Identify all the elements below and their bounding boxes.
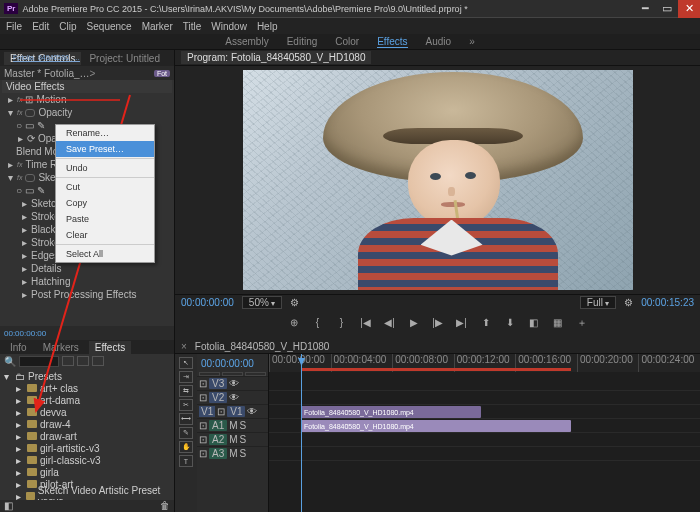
track-header-v3[interactable]: ⊡V3👁 (197, 376, 268, 390)
mask-rect-icon[interactable]: ▭ (25, 120, 34, 131)
preset-folder[interactable]: ▸girl-artistic-v3 (4, 442, 170, 454)
extract-icon[interactable]: ⬇ (503, 316, 517, 330)
marker-add-icon[interactable]: ⊕ (287, 316, 301, 330)
ripple-tool-icon[interactable]: ⇆ (179, 385, 193, 397)
preset-folder[interactable]: ▸draw-art (4, 430, 170, 442)
track-header-v1[interactable]: V1⊡V1👁 (197, 404, 268, 418)
filter-accel-icon[interactable] (62, 356, 74, 366)
mask-circle-icon[interactable]: ○ (16, 185, 22, 196)
program-tc-left[interactable]: 00:00:00:00 (181, 297, 234, 308)
mask-rect-icon[interactable]: ▭ (25, 185, 34, 196)
timeline-tc[interactable]: 00:00:00:00 (197, 354, 268, 372)
fx-opacity-row[interactable]: ▾fxOpacity (2, 106, 172, 119)
effects-search-input[interactable] (19, 356, 59, 367)
ws-editing[interactable]: Editing (287, 36, 318, 47)
ws-effects[interactable]: Effects (377, 36, 407, 48)
menu-help[interactable]: Help (257, 21, 278, 32)
track-header-a3[interactable]: ⊡A3MS (197, 446, 268, 460)
ws-overflow-icon[interactable]: » (469, 36, 475, 47)
track-select-icon[interactable]: ⇥ (179, 371, 193, 383)
ec-playhead-tc[interactable]: 00:00:00:00 (4, 329, 46, 338)
preset-folder[interactable]: ▸Sketch Video Artistic Preset vasya (4, 490, 170, 500)
mask-circle-icon[interactable]: ○ (16, 120, 22, 131)
track-header-a1[interactable]: ⊡A1MS (197, 418, 268, 432)
sketch-sub-row[interactable]: ▸Details (2, 262, 172, 275)
play-icon[interactable]: ▶ (407, 316, 421, 330)
comparison-icon[interactable]: ▦ (551, 316, 565, 330)
ctx-cut[interactable]: Cut (56, 179, 154, 195)
program-tab[interactable]: Program: Fotolia_84840580_V_HD1080 (181, 51, 371, 64)
lift-icon[interactable]: ⬆ (479, 316, 493, 330)
clip-v1[interactable]: Fotolia_84840580_V_HD1080.mp4 (301, 420, 571, 432)
mask-pen-icon[interactable]: ✎ (37, 120, 45, 131)
filter-yuv-icon[interactable] (92, 356, 104, 366)
trash-icon[interactable]: 🗑 (160, 500, 170, 512)
mask-pen-icon[interactable]: ✎ (37, 185, 45, 196)
preset-folder[interactable]: ▸girla (4, 466, 170, 478)
ctx-select-all[interactable]: Select All (56, 246, 154, 262)
menu-file[interactable]: File (6, 21, 22, 32)
goto-out-icon[interactable]: ▶| (455, 316, 469, 330)
mark-out-icon[interactable]: } (335, 316, 349, 330)
ws-audio[interactable]: Audio (426, 36, 452, 47)
mark-in-icon[interactable]: { (311, 316, 325, 330)
ws-color[interactable]: Color (335, 36, 359, 47)
menu-window[interactable]: Window (211, 21, 247, 32)
tab-effects[interactable]: Effects (89, 341, 131, 354)
eye-icon[interactable] (25, 109, 35, 117)
razor-tool-icon[interactable]: ✂ (179, 399, 193, 411)
fit-select[interactable]: Full ▾ (580, 296, 616, 309)
pen-tool-icon[interactable]: ✎ (179, 427, 193, 439)
ctx-paste[interactable]: Paste (56, 211, 154, 227)
preset-folder[interactable]: ▸girl-classic-v3 (4, 454, 170, 466)
minimize-button[interactable]: ━ (634, 0, 656, 18)
ctx-clear[interactable]: Clear (56, 227, 154, 243)
sketch-sub-row[interactable]: ▸Hatching (2, 275, 172, 288)
settings-icon[interactable]: ⚙ (624, 297, 633, 308)
zoom-select[interactable]: 50% ▾ (242, 296, 282, 309)
tab-project[interactable]: Project: Untitled (83, 52, 166, 65)
ctx-copy[interactable]: Copy (56, 195, 154, 211)
close-button[interactable]: ✕ (678, 0, 700, 18)
preset-folder[interactable]: ▸devva (4, 406, 170, 418)
button-editor-icon[interactable]: ＋ (575, 316, 589, 330)
track-header-v2[interactable]: ⊡V2👁 (197, 390, 268, 404)
new-bin-icon[interactable]: ◧ (4, 500, 13, 512)
export-frame-icon[interactable]: ◧ (527, 316, 541, 330)
maximize-button[interactable]: ▭ (656, 0, 678, 18)
slip-tool-icon[interactable]: ⟷ (179, 413, 193, 425)
step-back-icon[interactable]: ◀| (383, 316, 397, 330)
sketch-sub-row[interactable]: ▸Post Processing Effects (2, 288, 172, 301)
preset-folder[interactable]: ▸art+ clas (4, 382, 170, 394)
step-fwd-icon[interactable]: |▶ (431, 316, 445, 330)
tab-info[interactable]: Info (4, 341, 33, 354)
filter-32bit-icon[interactable] (77, 356, 89, 366)
goto-in-icon[interactable]: |◀ (359, 316, 373, 330)
ws-assembly[interactable]: Assembly (225, 36, 268, 47)
ctx-undo[interactable]: Undo (56, 160, 154, 176)
sequence-tab[interactable]: Fotolia_84840580_V_HD1080 (195, 341, 330, 352)
track-header-a2[interactable]: ⊡A2MS (197, 432, 268, 446)
ctx-rename[interactable]: Rename… (56, 125, 154, 141)
menu-edit[interactable]: Edit (32, 21, 49, 32)
playhead[interactable] (301, 354, 302, 512)
timeline-tracks[interactable]: 00:00:00:0000:00:04:0000:00:08:0000:00:1… (269, 354, 700, 512)
presets-folder[interactable]: ▾🗀Presets (4, 370, 170, 382)
menu-clip[interactable]: Clip (59, 21, 76, 32)
selection-tool-icon[interactable]: ↖ (179, 357, 193, 369)
menu-title[interactable]: Title (183, 21, 202, 32)
menu-sequence[interactable]: Sequence (87, 21, 132, 32)
preset-folder[interactable]: ▸draw-4 (4, 418, 170, 430)
clip-v2[interactable]: Fotolia_84840580_V_HD1080.mp4 (301, 406, 481, 418)
hand-tool-icon[interactable]: ✋ (179, 441, 193, 453)
clip-link[interactable]: Fotolia_84840580_… (10, 51, 83, 63)
menu-marker[interactable]: Marker (142, 21, 173, 32)
tab-markers[interactable]: Markers (37, 341, 85, 354)
settings-icon[interactable]: ⚙ (290, 297, 299, 308)
eye-icon[interactable] (25, 174, 35, 182)
program-view[interactable] (175, 66, 700, 294)
ctx-save-preset[interactable]: Save Preset… (56, 141, 154, 157)
fx-motion-row[interactable]: ▸fx⊞Motion (2, 93, 172, 106)
type-tool-icon[interactable]: T (179, 455, 193, 467)
preset-folder[interactable]: ▸art-dama (4, 394, 170, 406)
